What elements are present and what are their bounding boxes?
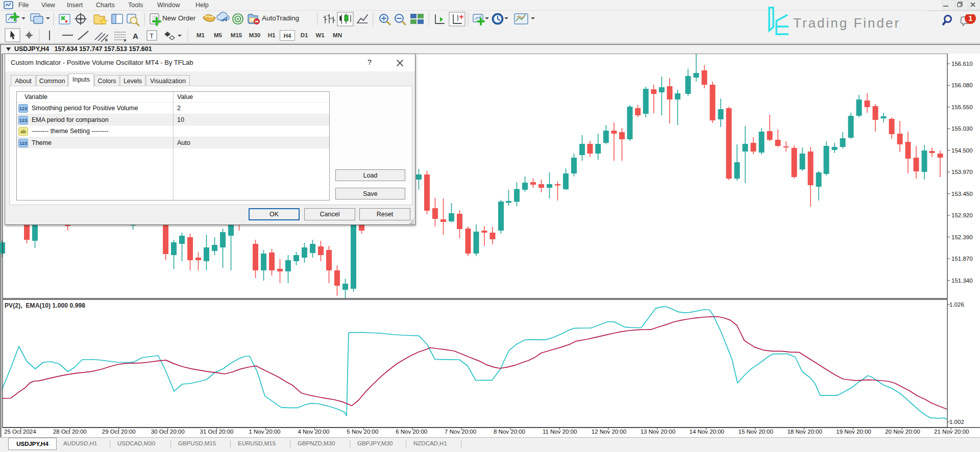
svg-text:A: A: [133, 32, 138, 40]
svg-text:25 Oct 2024: 25 Oct 2024: [4, 429, 36, 435]
svg-text:12 Nov 20:00: 12 Nov 20:00: [592, 429, 626, 435]
svg-text:5 Nov 20:00: 5 Nov 20:00: [347, 429, 378, 435]
svg-text:154.500: 154.500: [951, 147, 973, 154]
svg-text:13 Nov 20:00: 13 Nov 20:00: [641, 429, 675, 435]
svg-text:14 Nov 20:00: 14 Nov 20:00: [690, 429, 724, 435]
svg-text:8 Nov 20:00: 8 Nov 20:00: [494, 429, 525, 435]
svg-text:15 Nov 20:00: 15 Nov 20:00: [739, 429, 773, 435]
svg-text:18 Nov 20:00: 18 Nov 20:00: [787, 429, 822, 435]
svg-text:E: E: [105, 38, 108, 42]
svg-text:1 Nov 20:00: 1 Nov 20:00: [249, 429, 281, 435]
svg-text:156.610: 156.610: [951, 61, 973, 67]
svg-text:1: 1: [969, 14, 973, 22]
svg-text:152.920: 152.920: [951, 212, 973, 218]
svg-text:151.870: 151.870: [951, 256, 973, 262]
svg-text:155.030: 155.030: [951, 125, 973, 132]
svg-text:11 Nov 20:00: 11 Nov 20:00: [543, 429, 577, 435]
svg-text:1.002: 1.002: [949, 419, 964, 425]
svg-text:F: F: [124, 38, 127, 43]
svg-text:155.550: 155.550: [951, 104, 973, 110]
svg-text:156.080: 156.080: [951, 82, 973, 88]
svg-text:153.970: 153.970: [951, 169, 973, 175]
svg-text:6 Nov 20:00: 6 Nov 20:00: [396, 429, 427, 435]
svg-text:T: T: [150, 32, 154, 40]
svg-text:7 Nov 20:00: 7 Nov 20:00: [445, 429, 476, 435]
svg-text:21 Nov 20:00: 21 Nov 20:00: [934, 429, 969, 435]
svg-text:151.340: 151.340: [951, 278, 973, 284]
svg-text:1.026: 1.026: [949, 302, 964, 308]
svg-text:4 Nov 20:00: 4 Nov 20:00: [298, 429, 329, 435]
svg-text:19 Nov 20:00: 19 Nov 20:00: [836, 429, 871, 435]
svg-text:20 Nov 20:00: 20 Nov 20:00: [885, 429, 920, 435]
svg-text:153.450: 153.450: [951, 191, 973, 197]
svg-text:152.390: 152.390: [951, 234, 973, 240]
